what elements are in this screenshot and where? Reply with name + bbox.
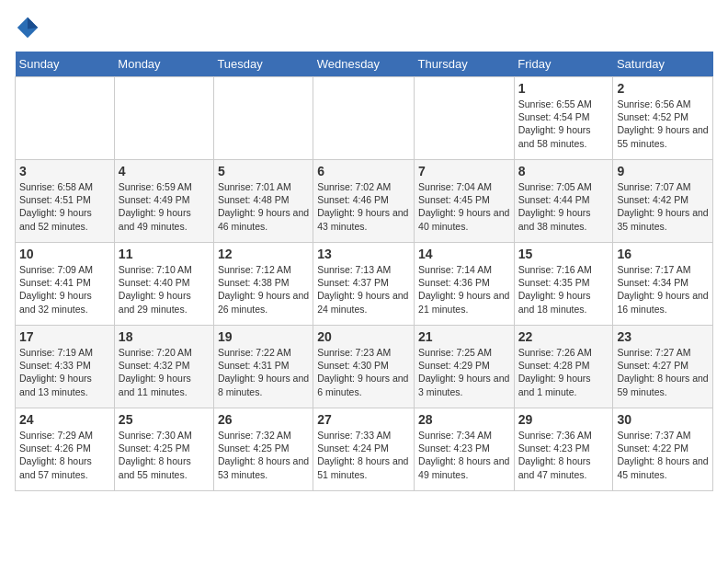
day-number: 30 bbox=[617, 412, 709, 427]
page-header bbox=[15, 15, 713, 40]
day-number: 2 bbox=[617, 81, 709, 96]
calendar-week-1: 3Sunrise: 6:58 AM Sunset: 4:51 PM Daylig… bbox=[16, 160, 713, 243]
calendar-cell: 23Sunrise: 7:27 AM Sunset: 4:27 PM Dayli… bbox=[613, 326, 713, 408]
day-info: Sunrise: 7:09 AM Sunset: 4:41 PM Dayligh… bbox=[19, 263, 110, 316]
col-header-sunday: Sunday bbox=[16, 52, 115, 77]
calendar-cell: 11Sunrise: 7:10 AM Sunset: 4:40 PM Dayli… bbox=[114, 243, 213, 326]
calendar-week-2: 10Sunrise: 7:09 AM Sunset: 4:41 PM Dayli… bbox=[16, 243, 713, 326]
day-number: 23 bbox=[617, 329, 709, 344]
day-number: 14 bbox=[418, 247, 510, 261]
calendar-header-row: SundayMondayTuesdayWednesdayThursdayFrid… bbox=[16, 52, 713, 77]
calendar-cell bbox=[313, 77, 415, 160]
calendar-cell: 5Sunrise: 7:01 AM Sunset: 4:48 PM Daylig… bbox=[213, 160, 313, 243]
calendar-week-3: 17Sunrise: 7:19 AM Sunset: 4:33 PM Dayli… bbox=[16, 326, 713, 408]
calendar-week-0: 1Sunrise: 6:55 AM Sunset: 4:54 PM Daylig… bbox=[16, 77, 713, 160]
day-info: Sunrise: 7:05 AM Sunset: 4:44 PM Dayligh… bbox=[518, 180, 609, 233]
day-info: Sunrise: 7:32 AM Sunset: 4:25 PM Dayligh… bbox=[218, 429, 309, 481]
day-info: Sunrise: 7:30 AM Sunset: 4:25 PM Dayligh… bbox=[119, 429, 210, 481]
day-info: Sunrise: 7:07 AM Sunset: 4:42 PM Dayligh… bbox=[617, 180, 709, 233]
calendar-cell: 9Sunrise: 7:07 AM Sunset: 4:42 PM Daylig… bbox=[613, 160, 713, 243]
calendar-cell: 16Sunrise: 7:17 AM Sunset: 4:34 PM Dayli… bbox=[613, 243, 713, 326]
col-header-thursday: Thursday bbox=[415, 52, 515, 77]
calendar-cell: 3Sunrise: 6:58 AM Sunset: 4:51 PM Daylig… bbox=[16, 160, 115, 243]
calendar-cell: 17Sunrise: 7:19 AM Sunset: 4:33 PM Dayli… bbox=[16, 326, 115, 408]
calendar-cell: 15Sunrise: 7:16 AM Sunset: 4:35 PM Dayli… bbox=[514, 243, 613, 326]
day-number: 7 bbox=[418, 164, 510, 178]
calendar-cell: 10Sunrise: 7:09 AM Sunset: 4:41 PM Dayli… bbox=[16, 243, 115, 326]
col-header-friday: Friday bbox=[514, 52, 613, 77]
day-info: Sunrise: 7:01 AM Sunset: 4:48 PM Dayligh… bbox=[218, 180, 309, 233]
day-number: 13 bbox=[317, 247, 410, 261]
day-info: Sunrise: 7:16 AM Sunset: 4:35 PM Dayligh… bbox=[518, 263, 609, 316]
day-number: 12 bbox=[218, 247, 309, 261]
calendar-cell: 19Sunrise: 7:22 AM Sunset: 4:31 PM Dayli… bbox=[213, 326, 313, 408]
calendar-cell: 20Sunrise: 7:23 AM Sunset: 4:30 PM Dayli… bbox=[313, 326, 415, 408]
day-number: 17 bbox=[19, 329, 110, 344]
day-info: Sunrise: 7:17 AM Sunset: 4:34 PM Dayligh… bbox=[617, 263, 709, 316]
logo-icon bbox=[15, 15, 40, 40]
day-info: Sunrise: 7:25 AM Sunset: 4:29 PM Dayligh… bbox=[418, 346, 510, 398]
calendar-week-4: 24Sunrise: 7:29 AM Sunset: 4:26 PM Dayli… bbox=[16, 408, 713, 491]
day-info: Sunrise: 6:56 AM Sunset: 4:52 PM Dayligh… bbox=[617, 98, 709, 150]
day-info: Sunrise: 7:02 AM Sunset: 4:46 PM Dayligh… bbox=[317, 180, 410, 233]
svg-marker-1 bbox=[28, 17, 38, 29]
calendar-cell: 13Sunrise: 7:13 AM Sunset: 4:37 PM Dayli… bbox=[313, 243, 415, 326]
day-info: Sunrise: 7:14 AM Sunset: 4:36 PM Dayligh… bbox=[418, 263, 510, 316]
day-info: Sunrise: 6:58 AM Sunset: 4:51 PM Dayligh… bbox=[19, 180, 110, 233]
calendar-cell: 6Sunrise: 7:02 AM Sunset: 4:46 PM Daylig… bbox=[313, 160, 415, 243]
day-number: 4 bbox=[119, 164, 210, 178]
day-number: 18 bbox=[119, 329, 210, 344]
calendar-cell: 21Sunrise: 7:25 AM Sunset: 4:29 PM Dayli… bbox=[415, 326, 515, 408]
day-number: 28 bbox=[418, 412, 510, 427]
day-info: Sunrise: 7:22 AM Sunset: 4:31 PM Dayligh… bbox=[218, 346, 309, 398]
calendar-cell: 29Sunrise: 7:36 AM Sunset: 4:23 PM Dayli… bbox=[514, 408, 613, 491]
day-number: 19 bbox=[218, 329, 309, 344]
day-info: Sunrise: 7:33 AM Sunset: 4:24 PM Dayligh… bbox=[317, 429, 410, 481]
calendar-cell bbox=[114, 77, 213, 160]
col-header-saturday: Saturday bbox=[613, 52, 713, 77]
day-number: 16 bbox=[617, 247, 709, 261]
calendar-cell bbox=[16, 77, 115, 160]
day-info: Sunrise: 7:29 AM Sunset: 4:26 PM Dayligh… bbox=[19, 429, 110, 481]
day-info: Sunrise: 7:12 AM Sunset: 4:38 PM Dayligh… bbox=[218, 263, 309, 316]
calendar-cell: 7Sunrise: 7:04 AM Sunset: 4:45 PM Daylig… bbox=[415, 160, 515, 243]
calendar-cell: 4Sunrise: 6:59 AM Sunset: 4:49 PM Daylig… bbox=[114, 160, 213, 243]
col-header-monday: Monday bbox=[114, 52, 213, 77]
calendar-cell: 18Sunrise: 7:20 AM Sunset: 4:32 PM Dayli… bbox=[114, 326, 213, 408]
day-number: 21 bbox=[418, 329, 510, 344]
calendar-cell: 22Sunrise: 7:26 AM Sunset: 4:28 PM Dayli… bbox=[514, 326, 613, 408]
day-number: 27 bbox=[317, 412, 410, 427]
day-info: Sunrise: 7:26 AM Sunset: 4:28 PM Dayligh… bbox=[518, 346, 609, 398]
day-info: Sunrise: 7:13 AM Sunset: 4:37 PM Dayligh… bbox=[317, 263, 410, 316]
day-info: Sunrise: 7:27 AM Sunset: 4:27 PM Dayligh… bbox=[617, 346, 709, 398]
calendar-table: SundayMondayTuesdayWednesdayThursdayFrid… bbox=[15, 52, 713, 491]
day-info: Sunrise: 7:19 AM Sunset: 4:33 PM Dayligh… bbox=[19, 346, 110, 398]
col-header-tuesday: Tuesday bbox=[213, 52, 313, 77]
day-number: 9 bbox=[617, 164, 709, 178]
day-number: 29 bbox=[518, 412, 609, 427]
day-info: Sunrise: 7:37 AM Sunset: 4:22 PM Dayligh… bbox=[617, 429, 709, 481]
day-number: 6 bbox=[317, 164, 410, 178]
day-info: Sunrise: 7:34 AM Sunset: 4:23 PM Dayligh… bbox=[418, 429, 510, 481]
day-info: Sunrise: 7:20 AM Sunset: 4:32 PM Dayligh… bbox=[119, 346, 210, 398]
day-number: 24 bbox=[19, 412, 110, 427]
day-number: 25 bbox=[119, 412, 210, 427]
day-number: 8 bbox=[518, 164, 609, 178]
logo bbox=[15, 15, 44, 40]
calendar-cell: 1Sunrise: 6:55 AM Sunset: 4:54 PM Daylig… bbox=[514, 77, 613, 160]
day-number: 26 bbox=[218, 412, 309, 427]
calendar-cell: 28Sunrise: 7:34 AM Sunset: 4:23 PM Dayli… bbox=[415, 408, 515, 491]
calendar-cell: 2Sunrise: 6:56 AM Sunset: 4:52 PM Daylig… bbox=[613, 77, 713, 160]
day-info: Sunrise: 7:36 AM Sunset: 4:23 PM Dayligh… bbox=[518, 429, 609, 481]
day-info: Sunrise: 7:23 AM Sunset: 4:30 PM Dayligh… bbox=[317, 346, 410, 398]
calendar-cell bbox=[213, 77, 313, 160]
day-info: Sunrise: 7:04 AM Sunset: 4:45 PM Dayligh… bbox=[418, 180, 510, 233]
col-header-wednesday: Wednesday bbox=[313, 52, 415, 77]
calendar-cell: 8Sunrise: 7:05 AM Sunset: 4:44 PM Daylig… bbox=[514, 160, 613, 243]
calendar-cell: 30Sunrise: 7:37 AM Sunset: 4:22 PM Dayli… bbox=[613, 408, 713, 491]
calendar-cell: 12Sunrise: 7:12 AM Sunset: 4:38 PM Dayli… bbox=[213, 243, 313, 326]
day-number: 3 bbox=[19, 164, 110, 178]
day-number: 10 bbox=[19, 247, 110, 261]
day-number: 20 bbox=[317, 329, 410, 344]
day-number: 11 bbox=[119, 247, 210, 261]
